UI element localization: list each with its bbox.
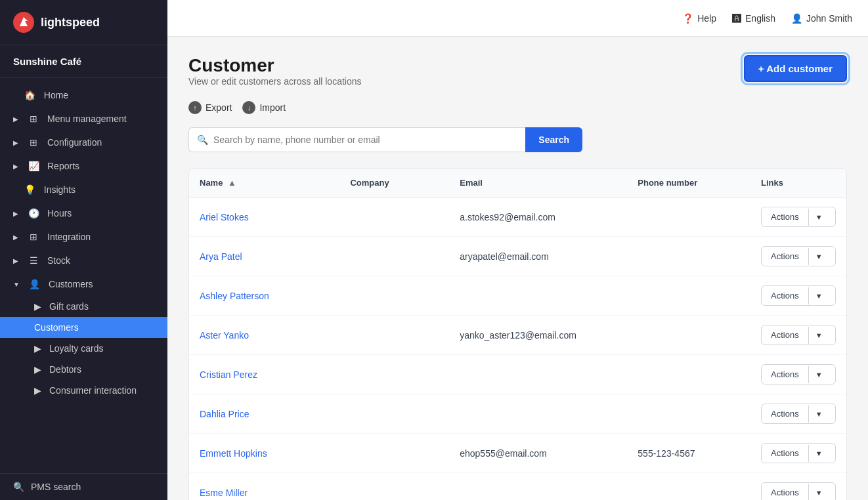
cell-company-6 <box>339 434 449 473</box>
actions-dropdown-icon-3[interactable]: ▼ <box>808 327 829 344</box>
export-label: Export <box>206 102 232 113</box>
actions-dropdown-icon-6[interactable]: ▼ <box>808 445 829 462</box>
integration-arrow: ▶ <box>13 234 18 241</box>
search-button[interactable]: Search <box>525 127 582 152</box>
sidebar-item-home-label: Home <box>44 90 68 100</box>
cell-phone-6: 555-123-4567 <box>627 434 750 473</box>
home-icon: 🏠 <box>24 90 36 100</box>
cell-company-4 <box>339 355 449 394</box>
cell-name-2: Ashley Patterson <box>189 276 339 316</box>
sidebar-subitem-debtors[interactable]: ▶ Debtors <box>0 359 167 380</box>
customer-link-5[interactable]: Dahlia Price <box>200 409 249 419</box>
customer-link-4[interactable]: Cristian Perez <box>200 369 257 380</box>
actions-dropdown-icon-7[interactable]: ▼ <box>808 484 829 501</box>
cell-company-0 <box>339 198 449 237</box>
col-header-name[interactable]: Name ▲ <box>189 169 339 198</box>
topbar-user[interactable]: 👤 John Smith <box>791 13 852 24</box>
customer-link-3[interactable]: Aster Yanko <box>200 330 249 341</box>
cell-phone-3 <box>627 316 750 355</box>
cell-name-6: Emmett Hopkins <box>189 434 339 473</box>
sidebar-logo[interactable]: lightspeed <box>0 0 167 45</box>
page-actions: ↑ Export ↓ Import <box>188 101 847 114</box>
col-header-email[interactable]: Email <box>449 169 627 198</box>
config-arrow: ▶ <box>13 139 18 146</box>
sidebar-item-insights[interactable]: 💡 Insights <box>0 178 167 201</box>
table-body: Ariel Stokes a.stokes92@email.com Action… <box>189 198 846 501</box>
table-row: Cristian Perez Actions ▼ <box>189 355 846 394</box>
customer-table-container: Name ▲ Company Email Phone number <box>188 168 847 500</box>
cell-name-5: Dahlia Price <box>189 394 339 434</box>
customer-link-7[interactable]: Esme Miller <box>200 488 248 498</box>
sidebar-item-menu-management[interactable]: ▶ ⊞ Menu management <box>0 107 167 131</box>
actions-button-4[interactable]: Actions ▼ <box>761 364 836 385</box>
sidebar: lightspeed Sunshine Café 🏠 Home ▶ ⊞ Menu… <box>0 0 167 500</box>
user-name: John Smith <box>806 13 852 24</box>
integration-icon: ⊞ <box>28 232 39 242</box>
actions-button-5[interactable]: Actions ▼ <box>761 404 836 424</box>
actions-dropdown-icon-1[interactable]: ▼ <box>808 248 829 265</box>
sidebar-subitem-gift-cards-label: Gift cards <box>49 301 89 312</box>
sidebar-subitem-customers[interactable]: Customers <box>0 317 167 338</box>
table-row: Emmett Hopkins ehop555@email.com 555-123… <box>189 434 846 473</box>
table-row: Esme Miller Actions ▼ <box>189 473 846 501</box>
sidebar-subitem-consumer-interaction[interactable]: ▶ Consumer interaction <box>0 380 167 401</box>
menu-mgmt-arrow: ▶ <box>13 115 18 123</box>
customer-link-2[interactable]: Ashley Patterson <box>200 291 269 301</box>
actions-button-1[interactable]: Actions ▼ <box>761 246 836 266</box>
actions-dropdown-icon-4[interactable]: ▼ <box>808 366 829 383</box>
col-header-company[interactable]: Company <box>339 169 449 198</box>
sidebar-item-hours[interactable]: ▶ 🕐 Hours <box>0 201 167 225</box>
search-icon: 🔍 <box>197 135 208 145</box>
col-header-phone[interactable]: Phone number <box>627 169 750 198</box>
export-button[interactable]: ↑ Export <box>188 101 232 114</box>
sidebar-item-integration[interactable]: ▶ ⊞ Integration <box>0 225 167 249</box>
table-row: Dahlia Price Actions ▼ <box>189 394 846 434</box>
cell-company-7 <box>339 473 449 501</box>
cell-name-0: Ariel Stokes <box>189 198 339 237</box>
actions-dropdown-icon-5[interactable]: ▼ <box>808 406 829 423</box>
topbar-language[interactable]: 🅰 English <box>732 13 775 24</box>
cell-phone-4 <box>627 355 750 394</box>
table-row: Ashley Patterson Actions ▼ <box>189 276 846 316</box>
main-content: ❓ Help 🅰 English 👤 John Smith Customer V… <box>167 0 868 500</box>
actions-button-0[interactable]: Actions ▼ <box>761 207 836 227</box>
cell-company-1 <box>339 237 449 276</box>
topbar-help[interactable]: ❓ Help <box>682 13 716 24</box>
customers-icon: 👤 <box>29 279 41 289</box>
customer-link-1[interactable]: Arya Patel <box>200 251 242 262</box>
add-customer-button[interactable]: + Add customer <box>744 55 847 82</box>
cell-name-3: Aster Yanko <box>189 316 339 355</box>
sidebar-subitem-consumer-interaction-label: Consumer interaction <box>49 385 137 396</box>
import-button[interactable]: ↓ Import <box>242 101 286 114</box>
page-title-section: Customer View or edit customers across a… <box>188 55 362 96</box>
search-input-wrap: 🔍 <box>188 127 525 152</box>
sidebar-item-reports[interactable]: ▶ 📈 Reports <box>0 154 167 178</box>
sidebar-nav: 🏠 Home ▶ ⊞ Menu management ▶ ⊞ Configura… <box>0 78 167 473</box>
actions-dropdown-icon-2[interactable]: ▼ <box>808 287 829 304</box>
pms-search-item[interactable]: 🔍 PMS search <box>13 482 154 492</box>
sort-arrow-name: ▲ <box>228 178 236 188</box>
actions-button-6[interactable]: Actions ▼ <box>761 443 836 463</box>
sidebar-item-customers[interactable]: ▼ 👤 Customers <box>0 272 167 296</box>
sidebar-item-home[interactable]: 🏠 Home <box>0 83 167 107</box>
menu-mgmt-icon: ⊞ <box>28 114 39 124</box>
actions-dropdown-icon-0[interactable]: ▼ <box>808 209 829 226</box>
sidebar-subitem-gift-cards[interactable]: ▶ Gift cards <box>0 296 167 317</box>
sidebar-item-stock[interactable]: ▶ ☰ Stock <box>0 249 167 272</box>
actions-label-2: Actions <box>762 286 808 305</box>
actions-button-7[interactable]: Actions ▼ <box>761 482 836 500</box>
language-label: English <box>745 13 775 24</box>
customers-arrow: ▼ <box>13 281 20 288</box>
col-header-links: Links <box>750 169 846 198</box>
sidebar-item-insights-label: Insights <box>44 184 76 195</box>
cell-links-0: Actions ▼ <box>750 198 846 237</box>
actions-button-2[interactable]: Actions ▼ <box>761 285 836 306</box>
actions-button-3[interactable]: Actions ▼ <box>761 325 836 345</box>
sidebar-subitem-loyalty-cards[interactable]: ▶ Loyalty cards <box>0 338 167 359</box>
search-bar: 🔍 Search <box>188 127 582 152</box>
topbar: ❓ Help 🅰 English 👤 John Smith <box>167 0 868 37</box>
customer-link-6[interactable]: Emmett Hopkins <box>200 448 267 459</box>
sidebar-item-configuration[interactable]: ▶ ⊞ Configuration <box>0 131 167 154</box>
customer-link-0[interactable]: Ariel Stokes <box>200 212 249 222</box>
search-input[interactable] <box>213 128 517 152</box>
